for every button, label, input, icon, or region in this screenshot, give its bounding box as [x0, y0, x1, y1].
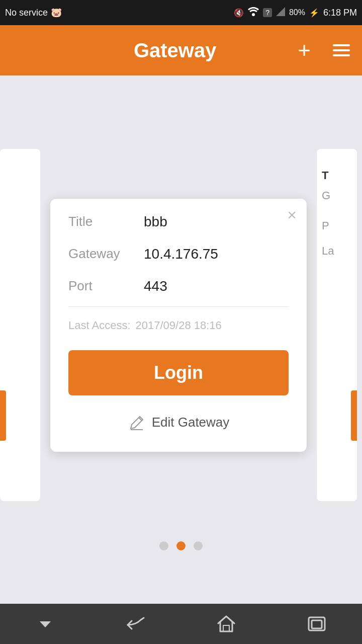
edit-icon	[128, 414, 146, 432]
header-title: Gateway	[52, 39, 298, 62]
app-header: Gateway +	[0, 25, 362, 75]
dialog-card: × Title bbb Gateway 10.4.176.75 Port 443	[50, 199, 307, 452]
battery-icon: ⚡	[309, 8, 319, 18]
pig-icon: 🐷	[51, 7, 62, 18]
no-service-text: No service	[5, 8, 48, 18]
status-bar-left: No service 🐷	[5, 7, 62, 18]
right-card-p: P	[322, 219, 329, 232]
port-field: Port 443	[68, 278, 289, 294]
last-access-value: 2017/09/28 18:16	[136, 319, 222, 332]
title-field: Title bbb	[68, 214, 289, 230]
cards-row: × Title bbb Gateway 10.4.176.75 Port 443	[0, 119, 362, 531]
right-card-la: La	[322, 245, 334, 258]
svg-marker-1	[276, 7, 285, 16]
status-bar: No service 🐷 🔇 ? 80% ⚡ 6:18 PM	[0, 0, 362, 25]
mute-icon: 🔇	[234, 8, 244, 18]
wifi-icon	[248, 7, 259, 18]
pagination-dots	[0, 531, 362, 560]
divider	[68, 306, 289, 307]
svg-marker-4	[40, 621, 51, 627]
login-button[interactable]: Login	[68, 350, 289, 395]
recent-button[interactable]	[297, 609, 337, 639]
dot-2[interactable]	[176, 541, 186, 550]
status-time: 6:18 PM	[323, 8, 357, 18]
right-card-orange-bar	[351, 390, 357, 441]
right-partial-card[interactable]: T G P La	[317, 149, 357, 501]
menu-button[interactable]	[333, 44, 350, 56]
status-bar-right: 🔇 ? 80% ⚡ 6:18 PM	[234, 7, 357, 18]
dot-1[interactable]	[159, 541, 168, 550]
port-value: 443	[144, 278, 167, 294]
svg-rect-7	[312, 620, 322, 628]
gateway-label: Gateway	[68, 246, 144, 262]
edit-gateway-row[interactable]: Edit Gateway	[68, 414, 289, 432]
last-access-row: Last Access: 2017/09/28 18:16	[68, 319, 289, 332]
bottom-nav	[0, 604, 362, 644]
port-label: Port	[68, 278, 144, 294]
signal-icon	[276, 7, 285, 18]
gateway-field: Gateway 10.4.176.75	[68, 246, 289, 262]
dot-3[interactable]	[194, 541, 203, 550]
home-button[interactable]	[206, 609, 246, 639]
right-card-g: G	[322, 189, 330, 202]
back-button[interactable]	[116, 609, 156, 639]
title-label: Title	[68, 214, 144, 229]
gateway-value: 10.4.176.75	[144, 246, 218, 262]
add-button[interactable]: +	[298, 39, 311, 61]
svg-rect-5	[223, 625, 229, 631]
left-partial-card[interactable]	[0, 149, 40, 501]
last-access-label: Last Access:	[68, 319, 131, 332]
svg-point-0	[252, 13, 255, 16]
battery-text: 80%	[289, 8, 305, 17]
close-button[interactable]: ×	[287, 207, 297, 223]
question-icon: ?	[263, 8, 272, 17]
left-card-orange-bar	[0, 390, 6, 441]
edit-gateway-label: Edit Gateway	[152, 415, 230, 430]
title-value: bbb	[144, 214, 167, 230]
dropdown-button[interactable]	[25, 609, 65, 639]
right-card-char: T	[322, 169, 328, 182]
main-content: × Title bbb Gateway 10.4.176.75 Port 443	[0, 75, 362, 604]
